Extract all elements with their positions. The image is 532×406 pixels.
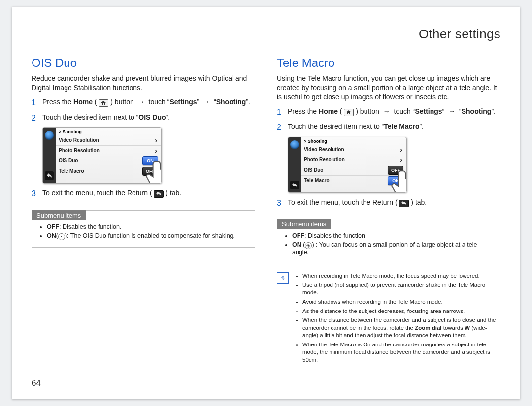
txt: ) tab. [166,189,181,197]
settings-word: Settings [415,107,442,115]
note-icon: ✎ [277,272,289,284]
item-label: OIS Duo [59,158,142,163]
w-word: W [465,325,470,331]
arrow-icon: → [138,97,145,107]
settings-word: Settings [169,98,197,106]
item-label: Video Resolution [59,137,155,143]
step-text: Press the Home ( ) button → touch “Setti… [42,97,255,108]
arrow-icon: → [383,107,390,116]
ois-mode-icon [58,233,65,240]
txt: touch [394,107,413,115]
column-tele: Tele Macro Using the Tele Macro function… [277,56,500,365]
return-icon [45,171,54,180]
return-icon [399,200,409,207]
home-word: Home [73,98,93,106]
item-label: Tele Macro [59,168,142,174]
txt: To exit the menu, touch the Return ( [288,198,398,206]
menu-item: Photo Resolution › [301,155,406,165]
txt: To exit the menu, touch the Return ( [42,189,152,197]
step-number: 1 [277,107,283,118]
txt: ) [312,241,314,248]
txt: touch [149,98,167,106]
list-item: ON(): The OIS Duo function is enabled to… [47,232,249,240]
ois-blurb: Reduce camcorder shake and prevent blurr… [32,74,255,93]
section-header-title: Other settings [32,27,500,44]
shot-sidebar [288,137,301,192]
txt: : The OIS Duo function is enabled to com… [67,232,235,239]
txt: Press the [288,107,319,115]
txt: ”. [166,113,170,121]
arrow-icon: → [203,97,210,107]
txt: ” [197,98,200,106]
step-text: Touch the desired item next to “OIS Duo”… [42,113,255,124]
step-number: 2 [277,122,283,133]
txt: ”. [419,123,424,130]
list-item: When the distance between the camcorder … [302,316,500,340]
ois-step-1: 1 Press the Home ( ) button → touch “Set… [32,97,255,108]
shot-sidebar [43,128,56,183]
home-icon [99,99,108,107]
gear-icon [290,140,299,149]
chevron-right-icon: › [155,147,157,155]
ois-title: OIS Duo [32,56,255,70]
page-number: 64 [32,378,41,388]
step-text: To exit the menu, touch the Return ( ) t… [42,188,255,199]
item: Tele Macro [384,123,419,130]
txt: : Disables the function. [59,223,121,230]
submenu-list: OFF: Disables the function. ON () : You … [283,232,494,256]
list-item: OFF: Disables the function. [47,223,249,230]
txt: Touch the desired item next to [42,113,136,121]
txt: button [115,98,136,106]
header-divider [32,44,500,44]
shot-body: > Shooting Video Resolution › Photo Reso… [301,137,406,192]
breadcrumb: > Shooting [59,129,158,134]
list-item: Use a tripod (not supplied) to prevent c… [302,281,500,297]
note-list: When recording in Tele Macro mode, the f… [294,272,500,365]
return-icon [154,190,164,198]
paren: ) [356,107,358,115]
on-label: ON [47,232,56,239]
submenu-tag: Submenu items [277,219,331,229]
flower-icon [305,242,312,249]
column-ois: OIS Duo Reduce camcorder shake and preve… [32,56,255,365]
tele-submenu-box: Submenu items OFF: Disables the function… [277,219,500,263]
chevron-right-icon: › [400,146,402,154]
step-number: 2 [32,113,37,124]
hand-icon [144,157,162,184]
txt: ) tab. [411,198,427,206]
arrow-icon: → [448,107,455,116]
chevron-right-icon: › [400,156,402,164]
menu-item: Video Resolution › [56,135,161,145]
list-item: When the Tele Macro is On and the camcor… [302,341,500,364]
txt: : You can focus on a small portion of a … [292,241,477,256]
txt: : Disables the function. [304,232,366,239]
device-shot: > Shooting Video Resolution › Photo Reso… [288,137,407,193]
tele-screenshot: > Shooting Video Resolution › Photo Reso… [288,137,500,193]
txt: Touch the desired item next to [288,123,382,130]
svg-point-0 [308,245,309,246]
off-label: OFF [292,232,304,239]
hand-icon [390,167,407,193]
txt: button [360,107,381,115]
list-item: As the distance to the subject decreases… [302,308,500,315]
item-label: Photo Resolution [304,157,400,162]
tele-step-1: 1 Press the Home ( ) button → touch “Set… [277,107,500,118]
item-label: Photo Resolution [59,148,155,153]
tele-title: Tele Macro [277,56,500,70]
ois-step-3: 3 To exit the menu, touch the Return ( )… [32,188,255,199]
chevron-right-icon: › [155,136,157,144]
home-icon [344,109,354,116]
ois-screenshot: > Shooting Video Resolution › Photo Reso… [42,127,255,184]
paren: ( [340,107,342,115]
txt: Press the [42,98,73,106]
zoom-dial-word: Zoom dial [415,325,441,331]
menu-item: Video Resolution › [301,145,406,155]
txt: ”. [246,98,250,106]
step-number: 3 [277,198,283,209]
txt: ”. [491,107,496,115]
svg-point-3 [307,245,308,246]
tele-notes: ✎ When recording in Tele Macro mode, the… [277,272,500,365]
document-page: Other settings OIS Duo Reduce camcorder … [12,7,520,399]
txt: ” [442,107,445,115]
item-label: Tele Macro [304,178,388,183]
